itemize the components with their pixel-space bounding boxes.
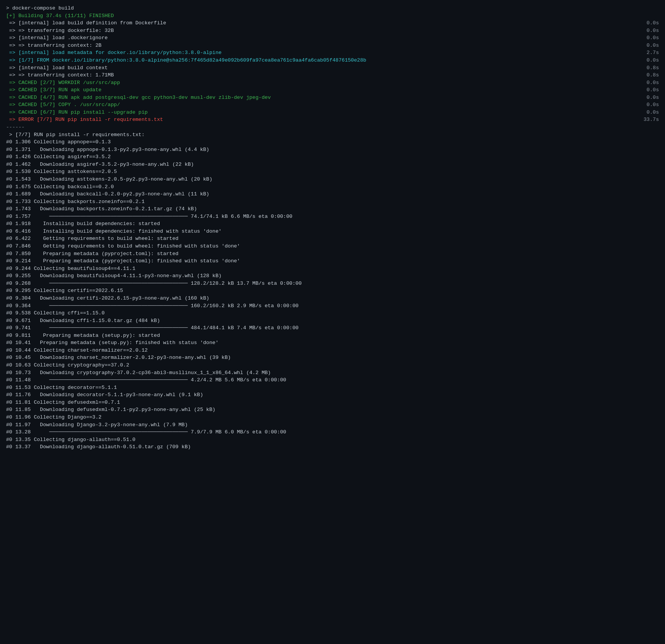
terminal-line: #0 9.295 Collecting certifi==2022.6.15 <box>6 287 659 295</box>
terminal-line: #0 11.97 Downloading Django-3.2-py3-none… <box>6 421 659 429</box>
terminal-line: #0 11.81 Collecting defusedxml==0.7.1 <box>6 399 659 406</box>
terminal-line: => CACHED [2/7] WORKDIR /usr/src/app0.0s <box>6 79 659 87</box>
terminal-line: #0 11.53 Collecting decorator==5.1.1 <box>6 384 659 392</box>
terminal-line: => CACHED [6/7] RUN pip install --upgrad… <box>6 109 659 116</box>
terminal-line: #0 1.733 Collecting backports.zoneinfo==… <box>6 198 659 206</box>
terminal-line: #0 1.689 Downloading backcall-0.2.0-py2.… <box>6 190 659 198</box>
terminal-line: #0 10.44 Collecting charset-normalizer==… <box>6 347 659 354</box>
terminal-line: #0 1.918 Installing build dependencies: … <box>6 220 659 228</box>
terminal-line: #0 9.304 Downloading certifi-2022.6.15-p… <box>6 295 659 302</box>
terminal-line: #0 9.268 ───────────────────────────────… <box>6 280 659 287</box>
terminal-line: => => transferring context: 2B0.0s <box>6 42 659 49</box>
terminal-line: #0 10.45 Downloading charset_normalizer-… <box>6 354 659 362</box>
terminal-line: #0 1.530 Collecting asttokens==2.0.5 <box>6 168 659 176</box>
terminal-line: #0 9.364 ───────────────────────────────… <box>6 302 659 310</box>
terminal-line: > docker-compose build <box>6 5 659 12</box>
terminal-line: #0 10.63 Collecting cryptography==37.0.2 <box>6 362 659 369</box>
terminal-line: => CACHED [3/7] RUN apk update0.0s <box>6 86 659 94</box>
terminal-line: #0 13.28 ───────────────────────────────… <box>6 428 659 436</box>
terminal-line: #0 11.96 Collecting Django==3.2 <box>6 414 659 421</box>
terminal-line: #0 6.416 Installing build dependencies: … <box>6 228 659 235</box>
terminal-window: > docker-compose build[+] Building 37.4s… <box>6 5 659 451</box>
terminal-line: => [internal] load metadata for docker.i… <box>6 49 659 57</box>
terminal-line: #0 11.48 ───────────────────────────────… <box>6 376 659 384</box>
terminal-line: #0 1.743 Downloading backports.zoneinfo-… <box>6 205 659 213</box>
terminal-line: => [internal] load build context0.8s <box>6 64 659 72</box>
terminal-line: ------ <box>6 124 659 131</box>
terminal-line: => CACHED [5/7] COPY . /usr/src/app/0.0s <box>6 101 659 109</box>
terminal-line: #0 6.422 Getting requirements to build w… <box>6 235 659 243</box>
terminal-line: #0 9.671 Downloading cffi-1.15.0.tar.gz … <box>6 317 659 325</box>
terminal-line: => [1/7] FROM docker.io/library/python:3… <box>6 57 659 64</box>
terminal-line: > [7/7] RUN pip install -r requirements.… <box>6 131 659 139</box>
terminal-line: #0 9.255 Downloading beautifulsoup4-4.11… <box>6 272 659 280</box>
terminal-line: #0 1.371 Downloading appnope-0.1.3-py2.p… <box>6 146 659 154</box>
terminal-line: #0 11.76 Downloading decorator-5.1.1-py3… <box>6 391 659 399</box>
terminal-line: #0 13.37 Downloading django-allauth-0.51… <box>6 443 659 451</box>
terminal-line: => ERROR [7/7] RUN pip install -r requir… <box>6 116 659 124</box>
terminal-line: #0 9.214 Preparing metadata (pyproject.t… <box>6 257 659 265</box>
terminal-line: #0 9.244 Collecting beautifulsoup4==4.11… <box>6 265 659 273</box>
terminal-line: #0 10.73 Downloading cryptography-37.0.2… <box>6 369 659 377</box>
terminal-line: #0 9.538 Collecting cffi==1.15.0 <box>6 309 659 317</box>
terminal-line: #0 7.850 Preparing metadata (pyproject.t… <box>6 250 659 258</box>
terminal-line: #0 1.426 Collecting asgiref==3.5.2 <box>6 153 659 161</box>
terminal-line: #0 1.757 ───────────────────────────────… <box>6 213 659 220</box>
terminal-line: => CACHED [4/7] RUN apk add postgresql-d… <box>6 94 659 102</box>
terminal-line: #0 9.811 Preparing metadata (setup.py): … <box>6 332 659 339</box>
terminal-line: #0 13.35 Collecting django-allauth==0.51… <box>6 436 659 444</box>
terminal-line: #0 7.846 Getting requirements to build w… <box>6 243 659 250</box>
terminal-line: => [internal] load .dockerignore0.0s <box>6 34 659 42</box>
terminal-line: #0 1.675 Collecting backcall==0.2.0 <box>6 183 659 191</box>
terminal-line: [+] Building 37.4s (11/11) FINISHED <box>6 12 659 20</box>
terminal-line: #0 9.741 ───────────────────────────────… <box>6 324 659 332</box>
terminal-line: #0 1.306 Collecting appnope==0.1.3 <box>6 138 659 146</box>
terminal-line: #0 11.85 Downloading defusedxml-0.7.1-py… <box>6 406 659 414</box>
terminal-line: => => transferring dockerfile: 32B0.0s <box>6 27 659 35</box>
terminal-line: #0 1.462 Downloading asgiref-3.5.2-py3-n… <box>6 161 659 168</box>
terminal-line: #0 1.543 Downloading asttokens-2.0.5-py2… <box>6 176 659 183</box>
terminal-line: => [internal] load build definition from… <box>6 19 659 27</box>
terminal-line: #0 10.41 Preparing metadata (setup.py): … <box>6 339 659 347</box>
terminal-line: => => transferring context: 1.71MB0.8s <box>6 71 659 79</box>
